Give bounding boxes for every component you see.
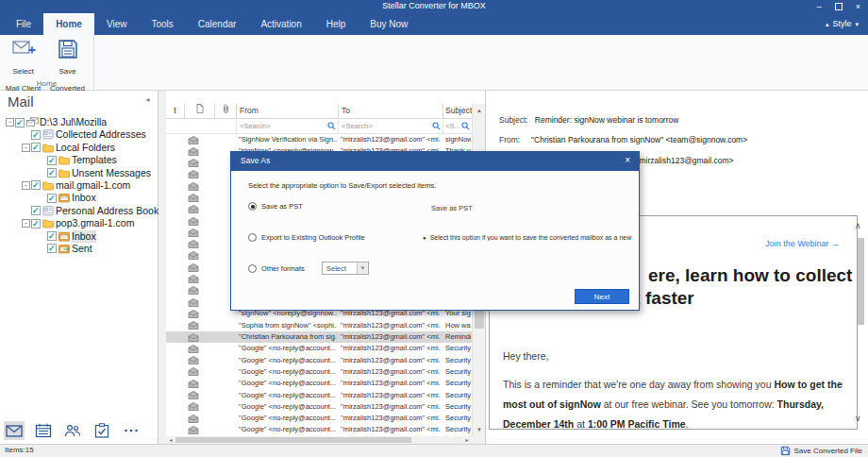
tree-checkbox[interactable]: ✓ bbox=[31, 206, 41, 215]
sidebar-collapse-icon[interactable]: ◄ bbox=[144, 96, 151, 103]
tab-activation[interactable]: Activation bbox=[248, 13, 313, 35]
tree-expander-icon[interactable]: - bbox=[22, 181, 30, 190]
tree-item-personal-address-book[interactable]: ✓Personal Address Book bbox=[0, 205, 158, 217]
tree-checkbox[interactable]: ✓ bbox=[47, 156, 57, 165]
close-button[interactable]: × bbox=[856, 2, 860, 11]
save-converted-file-status-button[interactable]: Save Converted File bbox=[780, 445, 862, 457]
scroll-up-icon[interactable]: ▲ bbox=[473, 104, 486, 117]
tree-item-local-folders[interactable]: -✓Local Folders bbox=[0, 142, 158, 154]
option-other-formats[interactable]: Other formats bbox=[248, 264, 305, 273]
tree-checkbox[interactable]: ✓ bbox=[15, 118, 25, 127]
option-save-as-pst[interactable]: Save as PST bbox=[248, 202, 303, 211]
preview-scrollbar-thumb[interactable] bbox=[858, 238, 864, 325]
tab-help[interactable]: Help bbox=[314, 13, 359, 35]
list-horizontal-scrollbar[interactable]: ◄ ► bbox=[166, 436, 472, 444]
mail-row[interactable]: "Christian Parkourana from sig..."mirzal… bbox=[166, 331, 472, 343]
preview-scroll-down-icon[interactable]: ∨ bbox=[855, 414, 861, 423]
dialog-titlebar: Save As × bbox=[231, 152, 639, 171]
tree-item-sent[interactable]: ✓Sent bbox=[0, 243, 158, 255]
style-control[interactable]: ▴ Style ▾ bbox=[826, 13, 859, 35]
mail-row[interactable]: "Google" <no-reply@account..."mirzalish1… bbox=[166, 390, 472, 401]
scroll-right-icon[interactable]: ► bbox=[462, 436, 472, 444]
tree-expander-icon[interactable]: - bbox=[6, 118, 14, 127]
mail-row[interactable]: "Google" <no-reply@account..."mirzalish1… bbox=[166, 355, 472, 366]
column-attachment[interactable] bbox=[215, 104, 237, 118]
next-button[interactable]: Next bbox=[575, 289, 629, 304]
nav-tasks[interactable] bbox=[92, 421, 112, 440]
mail-row[interactable]: "Sophia from signNow" <sophi..."mirzalis… bbox=[166, 320, 472, 331]
column-from[interactable]: From bbox=[237, 104, 339, 118]
tree-checkbox[interactable]: ✓ bbox=[47, 231, 57, 241]
mail-row[interactable]: "Google" <no-reply@account..."mirzalish1… bbox=[166, 424, 472, 435]
tab-calendar[interactable]: Calendar bbox=[186, 13, 249, 35]
mail-row[interactable]: "Google" <no-reply@account..."mirzalish1… bbox=[166, 343, 472, 354]
radio-save-as-pst[interactable] bbox=[248, 202, 257, 211]
restore-button[interactable] bbox=[835, 3, 843, 10]
column-subject[interactable]: Subject bbox=[443, 104, 472, 118]
tree-checkbox[interactable]: ✓ bbox=[47, 168, 57, 178]
tab-view[interactable]: View bbox=[94, 13, 140, 35]
column-to[interactable]: To bbox=[339, 104, 443, 118]
minimize-button[interactable]: – bbox=[817, 2, 822, 11]
mail-row[interactable]: "SignNow Verification via Sign..."mirzal… bbox=[166, 134, 472, 145]
mail-nav-icon bbox=[6, 423, 23, 438]
tree-item-mail-gmail-1-com[interactable]: -✓mail.gmail-1.com bbox=[0, 179, 158, 192]
address-book-icon bbox=[42, 206, 54, 216]
envelope-icon bbox=[188, 286, 199, 295]
collapse-ribbon-icon[interactable]: ▴ bbox=[826, 13, 829, 35]
column-priority[interactable]: ! bbox=[166, 104, 185, 118]
radio-export-outlook[interactable] bbox=[248, 233, 257, 242]
row-to: "mirzalish123@gmail.com" <mi... bbox=[341, 343, 441, 354]
other-formats-select[interactable]: Select ▼ bbox=[322, 262, 369, 275]
tab-file[interactable]: File bbox=[4, 13, 43, 35]
save-status-label: Save Converted File bbox=[794, 447, 862, 455]
tree-item-collected-addresses[interactable]: ✓Collected Addresses bbox=[0, 128, 158, 141]
tree-checkbox[interactable]: ✓ bbox=[47, 244, 57, 253]
tree-item-inbox[interactable]: ✓Inbox bbox=[0, 192, 158, 204]
tree-item-inbox[interactable]: ✓Inbox bbox=[0, 230, 158, 243]
tab-home[interactable]: Home bbox=[43, 13, 94, 35]
nav-contacts[interactable] bbox=[62, 421, 83, 440]
option-export-outlook[interactable]: Export to Existing Outlook Profile bbox=[248, 233, 365, 242]
hscrollbar-thumb[interactable] bbox=[175, 437, 411, 443]
tree-expander-icon[interactable]: - bbox=[22, 219, 30, 228]
select-mail-client-icon bbox=[1, 38, 45, 60]
search-subject-input[interactable]: <S... bbox=[443, 119, 472, 133]
app-window: Stellar Converter for MBOX – × FileHomeV… bbox=[0, 0, 868, 457]
tree-item-templates[interactable]: ✓Templates bbox=[0, 154, 158, 166]
nav-mail[interactable] bbox=[4, 421, 25, 440]
tree-item-pop3-gmail-1-com[interactable]: -✓pop3.gmail-1.com bbox=[0, 217, 158, 229]
mail-row[interactable]: "Google" <no-reply@account..."mirzalish1… bbox=[166, 401, 472, 413]
mail-row[interactable]: "Google" <no-reply@account..."mirzalish1… bbox=[166, 366, 472, 378]
join-webinar-link[interactable]: Join the Webinar → bbox=[765, 239, 840, 248]
mail-folder-tree: -✓D:\3 Jul\Mozilla✓Collected Addresses-✓… bbox=[0, 116, 158, 255]
inbox-icon bbox=[58, 193, 70, 203]
nav-calendar[interactable] bbox=[33, 421, 54, 440]
tree-checkbox[interactable]: ✓ bbox=[31, 180, 41, 190]
tree-checkbox[interactable]: ✓ bbox=[31, 219, 41, 228]
tree-item-label: mail.gmail-1.com bbox=[56, 179, 130, 192]
tab-tools[interactable]: Tools bbox=[139, 13, 185, 35]
mail-row[interactable]: "Google" <no-reply@account..."mirzalish1… bbox=[166, 378, 472, 389]
tree-checkbox[interactable]: ✓ bbox=[31, 130, 41, 140]
tab-buy-now[interactable]: Buy Now bbox=[358, 13, 420, 35]
preview-scroll-up-icon[interactable]: ∧ bbox=[855, 221, 861, 230]
search-to-input[interactable]: <Search> bbox=[339, 119, 443, 133]
dialog-close-icon[interactable]: × bbox=[625, 155, 630, 165]
scroll-down-icon[interactable]: ▼ bbox=[473, 423, 486, 436]
row-to: "mirzalish123@gmail.com" <mi... bbox=[341, 424, 441, 435]
option-save-as-pst-label: Save as PST bbox=[261, 202, 303, 211]
tree-checkbox[interactable]: ✓ bbox=[47, 194, 57, 203]
scroll-left-icon[interactable]: ◄ bbox=[166, 436, 175, 444]
row-to: "mirzalish123@gmail.com" <mi... bbox=[341, 390, 441, 401]
mail-row[interactable]: "Google" <no-reply@account..."mirzalish1… bbox=[166, 413, 472, 424]
tree-item-d-3-jul-mozilla[interactable]: -✓D:\3 Jul\Mozilla bbox=[0, 116, 158, 128]
nav-more[interactable] bbox=[121, 421, 142, 440]
envelope-icon bbox=[188, 228, 199, 237]
tree-item-unsent-messages[interactable]: ✓Unsent Messages bbox=[0, 167, 158, 179]
tree-checkbox[interactable]: ✓ bbox=[31, 143, 41, 152]
column-document[interactable] bbox=[185, 104, 215, 118]
search-from-input[interactable]: <Search> bbox=[237, 119, 339, 133]
radio-other-formats[interactable] bbox=[248, 264, 257, 273]
tree-expander-icon[interactable]: - bbox=[22, 144, 30, 152]
